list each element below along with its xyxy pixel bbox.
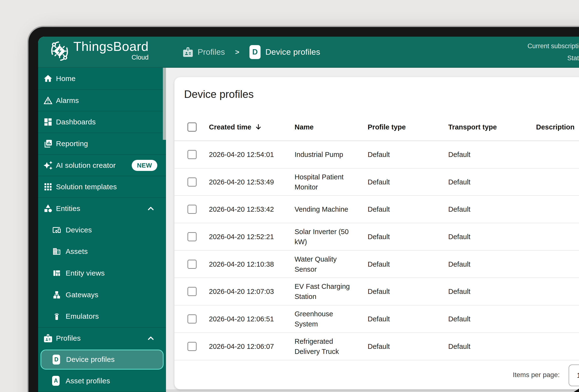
sidebar-nav: Home Alarms Dashboards Reporting AI solu [38, 68, 166, 392]
logo-subtitle: Cloud [132, 54, 148, 61]
transport-type-cell: Default [448, 315, 470, 323]
sidebar-item-alarms[interactable]: Alarms [38, 89, 166, 111]
table-row[interactable]: 2026-04-20 12:53:42 Vending Machine Defa… [174, 196, 579, 223]
column-header-transport-type[interactable]: Transport type [448, 123, 497, 131]
created-time-cell: 2026-04-20 12:07:03 [209, 288, 274, 296]
ai-sparkles-icon [43, 160, 53, 170]
column-header-description[interactable]: Description [536, 123, 575, 131]
sidebar-item-label: Solution templates [56, 183, 117, 191]
page-title: Device profiles [184, 88, 254, 100]
status-label: Status [567, 55, 579, 62]
profile-type-cell: Default [368, 342, 390, 350]
sidebar-item-label: Devices [66, 226, 92, 234]
name-cell: Greenhouse System [294, 309, 353, 329]
table-row[interactable]: 2026-04-20 12:52:21 Solar Inverter (50 k… [174, 223, 579, 251]
breadcrumb-parent[interactable]: Profiles [198, 47, 225, 57]
select-all-checkbox[interactable] [187, 122, 197, 132]
sidebar-item-label: Profiles [56, 334, 80, 342]
row-checkbox[interactable] [187, 150, 197, 159]
table-row[interactable]: 2026-04-20 12:06:51 Greenhouse System De… [174, 305, 579, 333]
top-header-bar: ThingsBoard Cloud Profiles > D Device pr… [38, 37, 579, 68]
sidebar-item-ai-solution-creator[interactable]: AI solution creator NEW [38, 154, 166, 176]
sidebar-item-device-profiles[interactable]: D Device profiles [41, 350, 164, 370]
name-cell: Water Quality Sensor [294, 254, 353, 274]
gateways-icon [52, 290, 61, 300]
sidebar-item-label: Dashboards [56, 118, 96, 126]
sidebar-item-label: Entity views [66, 269, 105, 277]
row-checkbox[interactable] [187, 205, 197, 214]
sidebar-item-label: Entities [56, 204, 80, 213]
row-checkbox[interactable] [187, 177, 197, 187]
table-header-row: Created time Name Profile type Transport… [174, 113, 579, 141]
sidebar-item-dashboards[interactable]: Dashboards [38, 111, 166, 133]
sidebar-item-asset-profiles[interactable]: A Asset profiles [38, 370, 166, 392]
sidebar-item-reporting[interactable]: Reporting [38, 133, 166, 154]
sidebar-item-emulators[interactable]: Emulators [38, 306, 166, 327]
profile-type-cell: Default [368, 260, 390, 268]
sort-desc-arrow-icon[interactable] [255, 123, 262, 131]
row-checkbox[interactable] [187, 232, 197, 241]
sidebar-group-profiles[interactable]: Profiles [38, 327, 166, 349]
entities-icon [43, 204, 53, 214]
profile-type-cell: Default [368, 233, 390, 241]
profile-type-cell: Default [368, 315, 390, 323]
sidebar-item-label: Assets [66, 247, 88, 256]
column-header-profile-type[interactable]: Profile type [368, 123, 406, 131]
chevron-up-icon[interactable] [146, 334, 155, 343]
profile-type-cell: Default [368, 288, 390, 296]
name-cell: EV Fast Charging Station [294, 281, 353, 302]
transport-type-cell: Default [448, 342, 470, 350]
device-profile-letter-icon: D [53, 355, 60, 365]
items-per-page-value: 10 [577, 372, 579, 380]
profiles-badge-icon [43, 333, 53, 343]
breadcrumb-current: Device profiles [265, 47, 320, 57]
created-time-cell: 2026-04-20 12:06:51 [209, 315, 274, 323]
items-per-page-select[interactable]: 10 [569, 365, 579, 386]
chevron-up-icon[interactable] [146, 204, 155, 213]
sidebar-item-solution-templates[interactable]: Solution templates [38, 176, 166, 197]
sidebar-item-label: AI solution creator [56, 161, 116, 169]
asset-profile-letter-icon: A [52, 376, 60, 386]
sidebar-item-devices[interactable]: Devices [38, 219, 166, 241]
sidebar-item-entity-views[interactable]: Entity views [38, 262, 166, 284]
sidebar-item-label: Emulators [66, 312, 99, 320]
row-checkbox[interactable] [187, 287, 197, 296]
column-header-created-time[interactable]: Created time [209, 123, 262, 131]
transport-type-cell: Default [448, 260, 470, 268]
sidebar-item-home[interactable]: Home [38, 68, 166, 89]
row-checkbox[interactable] [187, 314, 197, 324]
name-cell: Solar Inverter (50 kW) [294, 227, 353, 247]
created-time-cell: 2026-04-20 12:52:21 [209, 233, 274, 241]
logo-title: ThingsBoard [73, 39, 148, 54]
device-profiles-card: Device profiles Created time Name Profil… [174, 77, 579, 389]
row-checkbox[interactable] [187, 342, 197, 351]
sidebar-item-label: Asset profiles [66, 377, 110, 385]
row-checkbox[interactable] [187, 260, 197, 269]
reporting-icon [43, 139, 53, 149]
table-row[interactable]: 2026-04-20 12:06:07 Refrigerated Deliver… [174, 333, 579, 360]
table-row[interactable]: 2026-04-20 12:54:01 Industrial Pump Defa… [174, 141, 579, 168]
sidebar-scrollbar[interactable] [163, 68, 166, 140]
thingsboard-logo[interactable]: ThingsBoard Cloud [49, 39, 148, 62]
column-header-name[interactable]: Name [294, 122, 353, 132]
entity-views-icon [52, 268, 61, 278]
transport-type-cell: Default [448, 233, 470, 241]
emulators-icon [52, 311, 61, 321]
solution-templates-icon [43, 182, 53, 192]
subscription-info: Current subscription Status [527, 37, 579, 67]
table-row[interactable]: 2026-04-20 12:53:49 Hospital Patient Mon… [174, 168, 579, 196]
thingsboard-logo-icon [49, 40, 71, 62]
sidebar-item-gateways[interactable]: Gateways [38, 284, 166, 306]
items-per-page-label: Items per page: [513, 371, 560, 379]
current-subscription-label: Current subscription [527, 42, 579, 50]
sidebar-item-label: Home [56, 74, 75, 83]
created-time-cell: 2026-04-20 12:10:38 [209, 260, 274, 268]
table-row[interactable]: 2026-04-20 12:07:03 EV Fast Charging Sta… [174, 278, 579, 305]
horizontal-scrollbar-track[interactable] [166, 389, 579, 392]
table-row[interactable]: 2026-04-20 12:10:38 Water Quality Sensor… [174, 251, 579, 278]
sidebar-group-entities[interactable]: Entities [38, 197, 166, 219]
name-cell: Industrial Pump [294, 150, 353, 160]
transport-type-cell: Default [448, 150, 470, 158]
profiles-badge-icon [182, 46, 194, 58]
sidebar-item-assets[interactable]: Assets [38, 241, 166, 263]
